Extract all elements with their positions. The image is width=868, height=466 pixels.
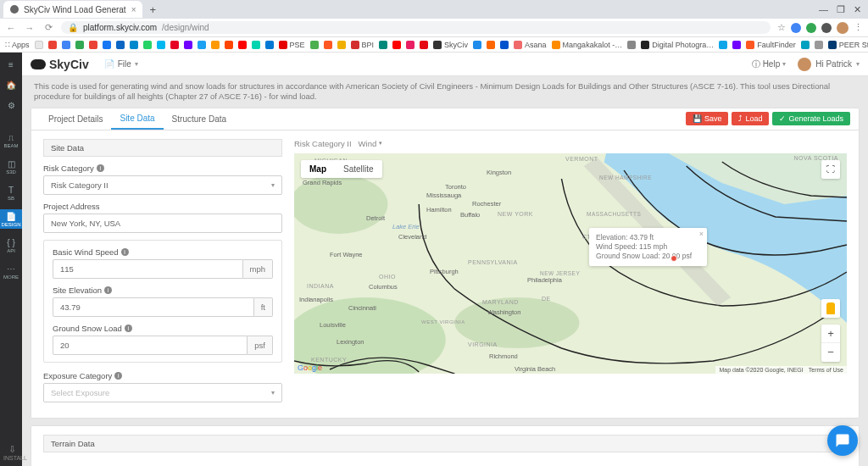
risk-category-dropdown[interactable]: Risk Category II xyxy=(294,139,352,148)
minimize-icon[interactable]: — xyxy=(819,4,828,15)
bookmark[interactable] xyxy=(324,41,332,49)
bookmark[interactable] xyxy=(473,41,481,49)
bookmark[interactable] xyxy=(252,41,260,49)
tab-site-data[interactable]: Site Data xyxy=(111,108,163,130)
scroll-content[interactable]: This code is used for generating wind an… xyxy=(22,76,868,466)
map-btn[interactable]: Map xyxy=(301,160,335,178)
bookmark[interactable] xyxy=(62,41,70,49)
menu-icon[interactable]: ⋮ xyxy=(854,22,863,33)
logo[interactable]: SkyCiv xyxy=(31,58,89,71)
bookmark[interactable] xyxy=(420,41,428,49)
bookmark[interactable]: SkyCiv xyxy=(433,41,468,49)
bookmark[interactable] xyxy=(310,41,319,49)
bookmark[interactable] xyxy=(116,41,125,49)
close-window-icon[interactable]: ✕ xyxy=(854,4,861,15)
extension-icon[interactable] xyxy=(821,23,832,33)
forward-icon[interactable]: → xyxy=(24,23,36,33)
maximize-icon[interactable]: ❐ xyxy=(837,4,845,15)
chat-fab[interactable] xyxy=(827,425,858,456)
bookmark[interactable] xyxy=(75,41,84,49)
bookmark[interactable] xyxy=(157,41,165,49)
load-button[interactable]: ⤴Load xyxy=(732,112,769,125)
bookmark[interactable] xyxy=(198,41,206,49)
hamburger-icon[interactable]: ≡ xyxy=(0,58,22,71)
user-menu[interactable]: Hi Patrick ▾ xyxy=(798,58,860,71)
bookmark[interactable] xyxy=(89,41,97,49)
save-button[interactable]: 💾Save xyxy=(686,112,729,125)
sidebar-item-design[interactable]: 📄DESIGN xyxy=(0,209,22,229)
bookmark[interactable] xyxy=(627,41,636,49)
new-tab-button[interactable]: + xyxy=(142,3,163,16)
wind-speed-input[interactable] xyxy=(53,259,243,279)
browser-tab[interactable]: SkyCiv Wind Load Generat × xyxy=(3,1,142,18)
bookmark[interactable] xyxy=(238,41,247,49)
sidebar-item-install[interactable]: ⇩ INSTALL xyxy=(3,444,20,461)
star-icon[interactable]: ☆ xyxy=(777,22,786,33)
map-view[interactable]: MICHIGAN Toronto Kingston Mississauga Ha… xyxy=(294,153,847,374)
project-address-input[interactable] xyxy=(43,214,282,233)
sidebar-item-home[interactable]: 🏠 xyxy=(0,78,22,92)
wind-dropdown[interactable]: Wind▾ xyxy=(359,139,383,148)
apps-bookmark[interactable]: ∷ Apps xyxy=(5,41,30,49)
info-icon[interactable]: i xyxy=(114,372,122,380)
bookmark[interactable] xyxy=(211,41,220,49)
tab-structure-data[interactable]: Structure Data xyxy=(164,108,235,130)
tab-project-details[interactable]: Project Details xyxy=(40,108,111,130)
zoom-out-button[interactable]: − xyxy=(821,343,840,362)
bookmark[interactable] xyxy=(500,41,509,49)
risk-category-select[interactable]: Risk Category II▾ xyxy=(43,175,282,195)
sidebar-item-api[interactable]: { }API xyxy=(0,236,22,255)
bookmark[interactable] xyxy=(719,41,727,49)
bookmark[interactable] xyxy=(103,41,111,49)
sidebar-item-more[interactable]: ⋯MORE xyxy=(0,262,22,281)
close-tab-icon[interactable]: × xyxy=(126,5,136,14)
extension-icon[interactable] xyxy=(791,23,801,33)
info-icon[interactable]: i xyxy=(121,248,129,256)
url-input[interactable]: 🔒 platform.skyciv.com/design/wind xyxy=(61,21,771,34)
info-icon[interactable]: i xyxy=(104,286,112,294)
bookmark[interactable] xyxy=(815,41,823,49)
bookmark[interactable] xyxy=(732,41,741,49)
snow-load-input[interactable] xyxy=(53,336,248,355)
bookmark[interactable] xyxy=(130,41,138,49)
help-menu[interactable]: ⓘ Help ▾ xyxy=(752,58,787,70)
site-elevation-input[interactable] xyxy=(53,297,254,317)
bookmark[interactable]: Digital Photogra… xyxy=(641,41,714,49)
bookmark[interactable] xyxy=(801,41,810,49)
bookmark[interactable]: Asana xyxy=(514,41,547,49)
sidebar-item-s3d[interactable]: ◫S3D xyxy=(0,157,22,176)
bookmark[interactable] xyxy=(406,41,415,49)
generate-loads-button[interactable]: ✓Generate Loads xyxy=(772,112,850,125)
sidebar-item-settings[interactable]: ⚙ xyxy=(0,98,22,112)
bookmark[interactable] xyxy=(379,41,387,49)
pegman-icon[interactable] xyxy=(821,299,840,318)
reload-icon[interactable]: ⟳ xyxy=(42,22,54,33)
back-icon[interactable]: ← xyxy=(5,23,17,33)
file-menu[interactable]: 📄 File ▾ xyxy=(104,59,138,69)
bookmark[interactable]: FaultFinder xyxy=(746,41,796,49)
bookmark[interactable] xyxy=(265,41,274,49)
info-icon[interactable]: i xyxy=(97,164,104,172)
extension-icon[interactable] xyxy=(806,23,816,33)
zoom-in-button[interactable]: + xyxy=(821,325,840,343)
bookmark[interactable]: PEER Structural… xyxy=(828,41,868,49)
bookmark[interactable] xyxy=(487,41,495,49)
bookmark[interactable] xyxy=(337,41,346,49)
profile-avatar[interactable] xyxy=(837,22,849,34)
exposure-category-select[interactable]: Select Exposure▾ xyxy=(43,383,282,402)
bookmark[interactable] xyxy=(35,41,43,49)
bookmark[interactable] xyxy=(392,41,401,49)
close-tooltip-icon[interactable]: × xyxy=(699,230,704,240)
sidebar-item-beam[interactable]: ⎍BEAM xyxy=(0,130,22,150)
terms-link[interactable]: Terms of Use xyxy=(809,367,843,373)
bookmark[interactable] xyxy=(184,41,192,49)
bookmark[interactable] xyxy=(48,41,57,49)
fullscreen-icon[interactable]: ⛶ xyxy=(821,160,840,179)
satellite-btn[interactable]: Satellite xyxy=(335,160,382,178)
bookmark[interactable]: PSE xyxy=(279,41,305,49)
info-icon[interactable]: i xyxy=(125,325,132,332)
sidebar-item-sb[interactable]: TSB xyxy=(0,183,22,202)
bookmark[interactable] xyxy=(170,41,179,49)
bookmark[interactable] xyxy=(225,41,233,49)
bookmark[interactable] xyxy=(143,41,152,49)
